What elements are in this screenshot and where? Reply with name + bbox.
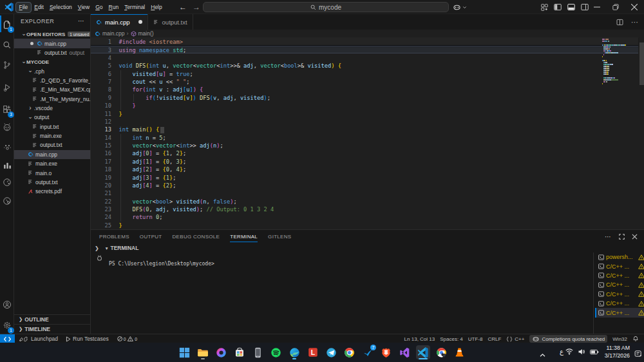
status-language-mode[interactable]: C++	[506, 336, 524, 342]
tree-item-secrets.pdf[interactable]: secrets.pdf	[14, 187, 91, 196]
panel-tab-terminal[interactable]: TERMINAL	[230, 230, 258, 243]
terminal-item-7[interactable]: C/C++ ...	[595, 308, 644, 317]
panel-tab-debug-console[interactable]: DEBUG CONSOLE	[173, 230, 220, 243]
activity-extension-stats[interactable]	[0, 158, 14, 173]
status-problems[interactable]: 00	[117, 336, 138, 342]
tree-item-main.exe[interactable]: main.exe	[14, 159, 91, 168]
taskbar-telegram[interactable]	[324, 345, 338, 359]
speaker-icon[interactable]	[578, 348, 585, 355]
chevron-right-icon[interactable]: ❯	[95, 245, 99, 251]
nav-back-icon[interactable]: ←	[179, 3, 187, 12]
tab-output.txt[interactable]: output.txt	[148, 14, 193, 30]
editor-scrollbar[interactable]	[639, 37, 644, 229]
tree-item-main.o[interactable]: main.o	[14, 168, 91, 177]
taskbar-phone-link[interactable]	[251, 345, 265, 359]
panel-more-icon[interactable]: ⋯	[605, 233, 612, 240]
restore-button[interactable]	[606, 0, 625, 14]
tree-item-output[interactable]: ⌄output	[14, 113, 91, 122]
status-run-testcases[interactable]: Run Testcases	[66, 336, 109, 342]
activity-run-and-debug[interactable]	[0, 80, 14, 95]
terminal-section-header[interactable]: ❯ ▾ TERMINAL	[91, 243, 644, 252]
status-notifications[interactable]	[632, 336, 639, 342]
taskbar-file-explorer[interactable]	[196, 345, 210, 359]
split-editor-icon[interactable]	[616, 19, 623, 26]
activity-explorer[interactable]: 1	[0, 17, 14, 32]
activity-extensions[interactable]: 3	[0, 102, 14, 117]
more-actions-icon[interactable]: ⋯	[78, 17, 85, 24]
taskbar-todo[interactable]: 7	[361, 345, 375, 359]
tab-main.cpp[interactable]: main.cpp	[91, 14, 148, 30]
menu-run[interactable]: Run	[106, 3, 122, 12]
notification-center-button[interactable]	[634, 348, 642, 360]
tree-item-output.txt[interactable]: output.txtoutput	[14, 48, 91, 57]
taskbar-edge[interactable]	[287, 345, 301, 359]
tree-item-.e-min-max-mex.cp...[interactable]: .E_Min_Max_MEX.cp...	[14, 85, 91, 94]
tree-item-.d-qed-s-favorite-p...[interactable]: .D_QED_s_Favorite_P...	[14, 76, 91, 85]
breadcrumb-item[interactable]: main()	[138, 30, 154, 37]
menu-view[interactable]: View	[75, 3, 92, 12]
menu-terminal[interactable]: Terminal	[122, 3, 148, 12]
language-indicator[interactable]: ع	[560, 348, 564, 355]
status-eol[interactable]: CRLF	[488, 336, 501, 342]
section-header-mycode[interactable]: ⌄MYCODE	[14, 57, 91, 66]
taskbar-start[interactable]	[177, 345, 191, 359]
taskbar-microsoft-store[interactable]	[232, 345, 247, 359]
nav-forward-icon[interactable]: →	[193, 3, 200, 12]
toggle-panel-icon[interactable]	[567, 3, 575, 11]
panel-tab-output[interactable]: OUTPUT	[140, 230, 162, 243]
timeline-section[interactable]: ❯ TIMELINE	[14, 324, 91, 333]
activity-extension-dial-2[interactable]	[0, 193, 14, 209]
minimize-button[interactable]	[587, 0, 606, 14]
close-panel-icon[interactable]	[632, 234, 638, 240]
tree-item-.cph[interactable]: ⌄.cph	[14, 66, 91, 75]
tree-item-output.txt[interactable]: output.txt	[14, 178, 91, 187]
status-platform[interactable]: Win32	[612, 336, 627, 342]
terminal-item-2[interactable]: C/C++ ...	[595, 262, 644, 271]
panel-tab-problems[interactable]: PROBLEMS	[99, 230, 129, 243]
wifi-icon[interactable]	[565, 348, 573, 355]
tree-item-main.cpp[interactable]: main.cpp	[14, 150, 91, 159]
taskbar-chrome-profile[interactable]	[434, 345, 448, 359]
taskbar-chrome[interactable]	[343, 345, 357, 359]
terminal-item-3[interactable]: C/C++ ...	[595, 271, 644, 280]
status-cursor-position[interactable]: Ln 13, Col 13	[404, 336, 435, 342]
activity-source-control[interactable]	[0, 57, 14, 73]
tree-item-main.cpp[interactable]: main.cpp	[14, 39, 91, 48]
tree-item-main.exe[interactable]: main.exe	[14, 131, 91, 140]
minimap[interactable]	[601, 38, 638, 230]
scrollbar-slider[interactable]	[639, 43, 644, 85]
copilot-menu-button[interactable]	[453, 2, 467, 12]
activity-settings[interactable]: 1	[0, 318, 14, 333]
maximize-panel-icon[interactable]	[619, 234, 625, 240]
panel-tab-gitlens[interactable]: GITLENS	[268, 230, 291, 243]
menu-selection[interactable]: Selection	[46, 3, 75, 12]
taskbar-copilot[interactable]	[214, 345, 228, 359]
menu-edit[interactable]: Edit	[32, 3, 47, 12]
editor-more-actions-icon[interactable]: ⋯	[631, 18, 639, 26]
activity-search[interactable]	[0, 37, 14, 53]
battery-icon[interactable]	[590, 349, 599, 355]
activity-extension-face[interactable]	[0, 139, 14, 155]
tree-item-.m-the-mystery-nu...[interactable]: .M_The_Mystery_nu...	[14, 95, 91, 104]
taskbar-brave[interactable]	[379, 345, 393, 359]
command-center-search[interactable]: mycode	[203, 2, 449, 12]
section-header-open-editors[interactable]: ⌄OPEN EDITORS1 unsaved	[14, 30, 91, 39]
outline-section[interactable]: ❯ OUTLINE	[14, 314, 91, 323]
taskbar-l-app[interactable]: L	[306, 345, 320, 359]
status-copilot-quota[interactable]: Completions quota reached	[529, 335, 607, 343]
close-button[interactable]	[625, 0, 643, 14]
tree-item-.vscode[interactable]: ›.vscode	[14, 104, 91, 113]
terminal-item-6[interactable]: C/C++ ...	[595, 299, 644, 308]
taskbar-clock[interactable]: 11:38 AM 3/17/2026	[605, 345, 630, 359]
menu-go[interactable]: Go	[93, 3, 106, 12]
status-indentation[interactable]: Spaces: 4	[440, 336, 463, 342]
taskbar-vlc[interactable]	[453, 345, 467, 359]
status-encoding[interactable]: UTF-8	[468, 336, 483, 342]
terminal-item-4[interactable]: C/C++ ...	[595, 280, 644, 289]
toggle-sidebar-icon[interactable]	[554, 3, 562, 11]
status-launchpad[interactable]: Launchpad	[18, 336, 58, 342]
terminal-item-1[interactable]: powersh...	[595, 252, 644, 262]
tree-item-output.txt[interactable]: output.txt	[14, 140, 91, 149]
activity-ai-assistant[interactable]	[0, 119, 14, 135]
terminal-item-5[interactable]: C/C++ ...	[595, 290, 644, 299]
